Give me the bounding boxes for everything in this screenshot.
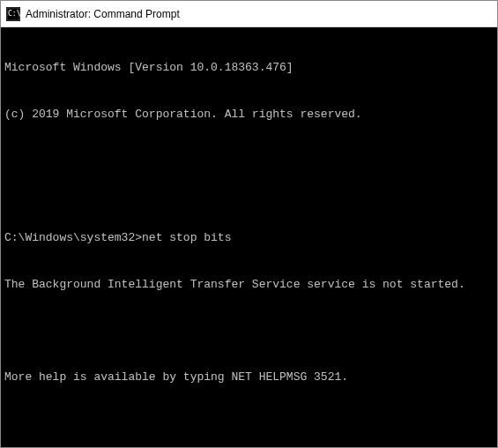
svg-text:C:\: C:\	[8, 10, 20, 18]
prompt-text: C:\Windows\system32>	[4, 231, 142, 244]
terminal-output[interactable]: Microsoft Windows [Version 10.0.18363.47…	[1, 27, 497, 447]
banner-line: Microsoft Windows [Version 10.0.18363.47…	[4, 60, 494, 76]
output-line: The Background Intelligent Transfer Serv…	[4, 277, 494, 293]
command-prompt-window: C:\ Administrator: Command Prompt Micros…	[0, 0, 498, 448]
blank-line	[4, 323, 494, 339]
banner-line: (c) 2019 Microsoft Corporation. All righ…	[4, 107, 494, 123]
output-line: More help is available by typing NET HEL…	[4, 370, 494, 385]
blank-line	[4, 416, 494, 432]
blank-line	[4, 153, 494, 168]
command-text: net stop bits	[142, 231, 231, 244]
titlebar[interactable]: C:\ Administrator: Command Prompt	[1, 1, 497, 27]
cmd-icon: C:\	[6, 7, 20, 21]
window-title: Administrator: Command Prompt	[26, 8, 180, 20]
command-line: C:\Windows\system32>net stop bits	[4, 230, 494, 246]
